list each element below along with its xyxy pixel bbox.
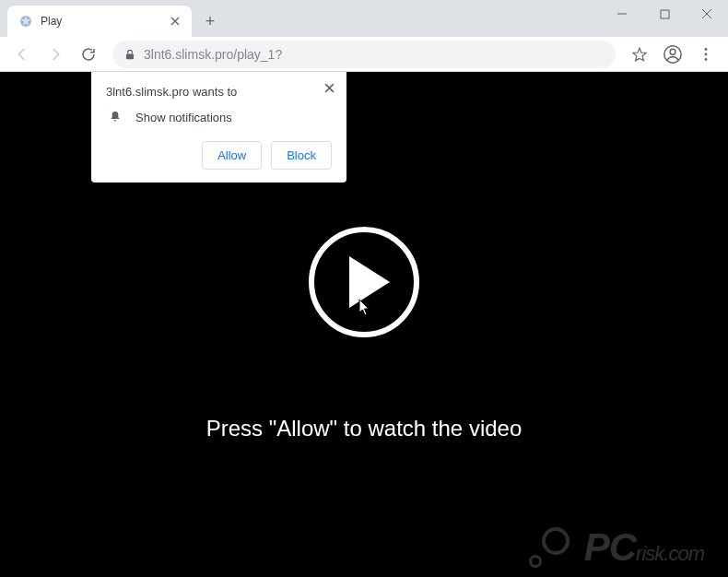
page-content: 3lnt6.slimsk.pro wants to Show notificat… [0, 72, 728, 577]
tab-favicon [18, 14, 33, 29]
svg-point-5 [705, 48, 708, 51]
block-button[interactable]: Block [271, 141, 332, 170]
svg-point-6 [705, 53, 708, 55]
permission-label: Show notifications [135, 111, 232, 124]
url-input[interactable] [144, 47, 605, 62]
reload-button[interactable] [74, 40, 103, 69]
forward-button[interactable] [41, 40, 70, 69]
maximize-button[interactable] [643, 0, 686, 28]
dialog-title: 3lnt6.slimsk.pro wants to [106, 85, 332, 99]
svg-point-7 [705, 58, 708, 61]
browser-tab[interactable]: Play [7, 6, 192, 37]
bookmark-button[interactable] [625, 40, 654, 69]
instruction-text: Press "Allow" to watch the video [206, 416, 523, 442]
play-icon [349, 256, 390, 308]
bell-icon [108, 110, 123, 124]
window-controls [601, 0, 728, 28]
svg-rect-2 [126, 53, 134, 59]
play-button[interactable] [309, 227, 419, 337]
lock-icon [123, 48, 136, 61]
browser-menu-button[interactable] [691, 40, 721, 69]
browser-toolbar [0, 37, 728, 72]
minimize-button[interactable] [601, 0, 643, 28]
svg-point-4 [670, 49, 675, 54]
window-close-button[interactable] [686, 0, 728, 28]
new-tab-button[interactable]: + [197, 8, 223, 34]
tab-title: Play [41, 15, 160, 28]
back-button[interactable] [7, 40, 37, 69]
allow-button[interactable]: Allow [202, 141, 262, 170]
title-bar: Play + [0, 0, 728, 37]
profile-button[interactable] [658, 40, 687, 69]
address-bar[interactable] [112, 41, 616, 68]
svg-rect-1 [661, 10, 669, 18]
tab-close-button[interactable] [168, 14, 182, 29]
dialog-close-button[interactable] [319, 77, 339, 98]
notification-permission-dialog: 3lnt6.slimsk.pro wants to Show notificat… [91, 72, 346, 183]
